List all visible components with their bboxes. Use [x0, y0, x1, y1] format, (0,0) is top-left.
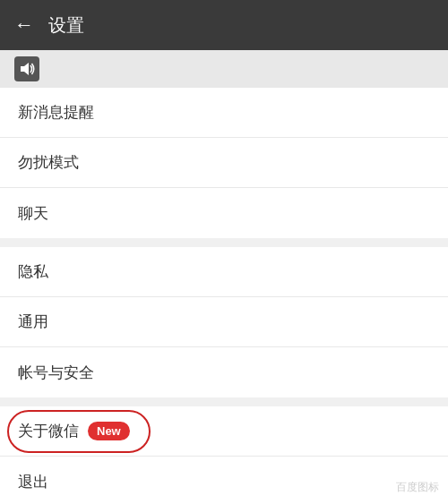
- section-about-group: 关于微信 New 退出: [0, 406, 448, 504]
- new-message-notify-label: 新消息提醒: [18, 102, 94, 123]
- app-header: ← 设置: [0, 0, 448, 50]
- page-title: 设置: [48, 13, 84, 38]
- account-security-label: 帐号与安全: [18, 363, 94, 383]
- menu-item-chat[interactable]: 聊天: [0, 188, 448, 238]
- do-not-disturb-label: 勿扰模式: [18, 152, 79, 173]
- menu-item-general[interactable]: 通用: [0, 297, 448, 347]
- section-divider-1: [0, 238, 448, 247]
- logout-label: 退出: [18, 472, 48, 492]
- general-label: 通用: [18, 312, 48, 332]
- section-notifications: 新消息提醒 勿扰模式 聊天: [0, 88, 448, 238]
- menu-item-about-wechat[interactable]: 关于微信 New: [0, 406, 448, 457]
- about-wechat-label: 关于微信: [18, 421, 79, 441]
- menu-item-new-message-notify[interactable]: 新消息提醒: [0, 88, 448, 138]
- menu-item-logout[interactable]: 退出: [0, 457, 448, 504]
- privacy-label: 隐私: [18, 261, 48, 282]
- svg-marker-0: [21, 63, 29, 75]
- menu-item-do-not-disturb[interactable]: 勿扰模式: [0, 138, 448, 188]
- back-button[interactable]: ←: [14, 15, 34, 35]
- speaker-icon: [14, 56, 39, 81]
- section-sound-header: [0, 50, 448, 88]
- menu-item-account-security[interactable]: 帐号与安全: [0, 347, 448, 397]
- watermark: 百度图标: [396, 480, 439, 495]
- section-divider-2: [0, 397, 448, 406]
- new-badge: New: [88, 422, 130, 440]
- menu-item-privacy[interactable]: 隐私: [0, 247, 448, 297]
- chat-label: 聊天: [18, 203, 48, 224]
- section-privacy-group: 隐私 通用 帐号与安全: [0, 247, 448, 397]
